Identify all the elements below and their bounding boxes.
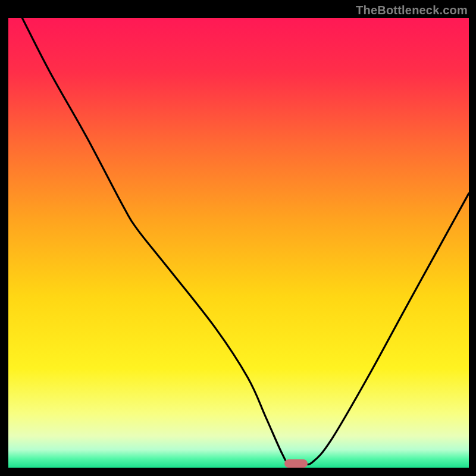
- chart-frame: TheBottleneck.com: [0, 0, 476, 476]
- plot-gradient-background: [8, 18, 469, 468]
- optimal-point-marker: [284, 459, 308, 468]
- attribution-text: TheBottleneck.com: [356, 4, 468, 17]
